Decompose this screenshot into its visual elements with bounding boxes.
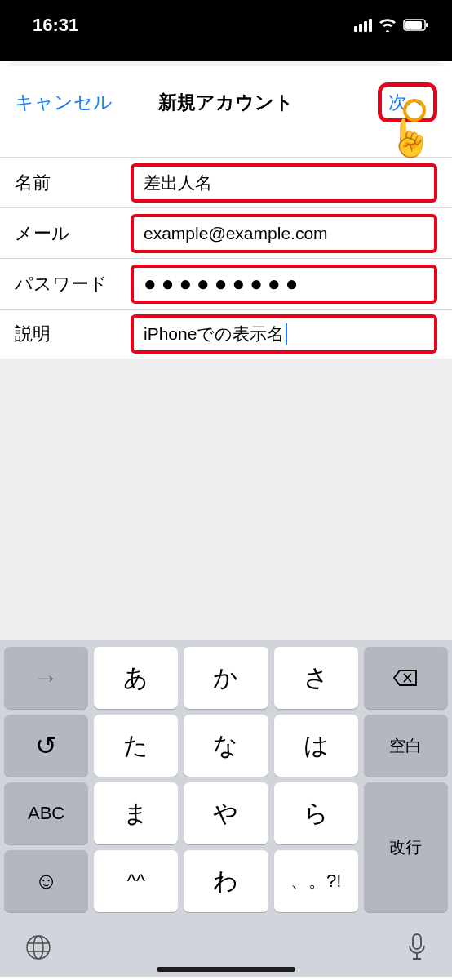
- key-tab[interactable]: →: [4, 647, 88, 709]
- pointing-hand-icon: ☝️: [388, 117, 432, 159]
- password-input[interactable]: ●●●●●●●●●: [131, 265, 437, 304]
- battery-icon: [403, 19, 429, 32]
- key-na[interactable]: な: [184, 715, 268, 777]
- backspace-icon: [393, 669, 418, 687]
- svg-point-4: [33, 936, 43, 959]
- description-label: 説明: [15, 322, 131, 346]
- status-icons: [354, 19, 429, 32]
- name-input[interactable]: 差出人名: [131, 163, 437, 203]
- email-label: メール: [15, 221, 131, 246]
- keyboard: → あ か さ ↺ た な は 空白 ABC ま や ら 改行 ☺ ^^ わ 、…: [0, 640, 452, 977]
- mic-icon[interactable]: [406, 933, 428, 962]
- key-caret[interactable]: ^^: [94, 850, 178, 912]
- empty-area: [0, 359, 452, 640]
- description-input[interactable]: iPhoneでの表示名: [131, 314, 437, 354]
- globe-icon[interactable]: [24, 933, 52, 961]
- key-emoji[interactable]: ☺: [4, 850, 88, 912]
- svg-point-3: [27, 936, 50, 959]
- email-input[interactable]: example@example.com: [131, 214, 437, 253]
- wifi-icon: [379, 19, 397, 32]
- status-time: 16:31: [33, 15, 78, 36]
- key-space[interactable]: 空白: [364, 715, 448, 777]
- key-backspace[interactable]: [364, 647, 448, 709]
- key-return[interactable]: 改行: [364, 782, 448, 912]
- svg-rect-2: [426, 23, 428, 27]
- key-ka[interactable]: か: [184, 647, 268, 709]
- key-abc[interactable]: ABC: [4, 782, 88, 844]
- key-ya[interactable]: や: [184, 782, 268, 844]
- name-label: 名前: [15, 171, 131, 195]
- key-punct[interactable]: 、。?!: [274, 850, 358, 912]
- cellular-icon: [354, 19, 372, 32]
- key-a[interactable]: あ: [94, 647, 178, 709]
- text-cursor-icon: [286, 323, 287, 345]
- key-undo[interactable]: ↺: [4, 715, 88, 777]
- key-ma[interactable]: ま: [94, 782, 178, 844]
- cancel-button[interactable]: キャンセル: [15, 90, 113, 115]
- key-wa[interactable]: わ: [184, 850, 268, 912]
- key-ta[interactable]: た: [94, 715, 178, 777]
- svg-rect-1: [405, 21, 422, 29]
- key-sa[interactable]: さ: [274, 647, 358, 709]
- key-ha[interactable]: は: [274, 715, 358, 777]
- svg-rect-5: [413, 934, 421, 949]
- home-indicator[interactable]: [157, 967, 295, 972]
- key-ra[interactable]: ら: [274, 782, 358, 844]
- password-label: パスワード: [15, 272, 131, 296]
